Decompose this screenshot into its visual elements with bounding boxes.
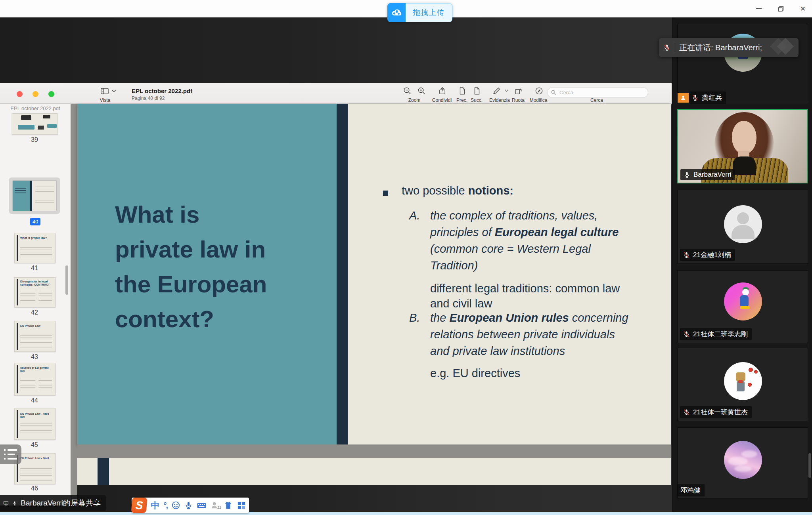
cerca-label: Cerca — [581, 97, 613, 103]
preview-toolbar: Vista EPL october 2022.pdf Pagina 40 di … — [0, 83, 672, 104]
thumbnail-page-45[interactable]: EU Private Law - Hard law — [14, 408, 56, 440]
login-badge: 22 — [217, 505, 221, 509]
thumb-left-bar — [17, 279, 18, 305]
thumb42-title: Divergencies in legal concepts: CONTRACT — [20, 280, 53, 286]
sidebar-splitter[interactable] — [71, 104, 77, 505]
share-icon[interactable] — [438, 86, 447, 95]
slide-text-panel — [348, 104, 671, 444]
zoom-out-icon[interactable] — [403, 86, 412, 95]
avatar — [724, 362, 762, 400]
participant-tile[interactable]: 邓鸿健 — [677, 427, 808, 498]
traffic-lights — [17, 91, 54, 97]
punctuation-icon[interactable]: °, — [163, 501, 167, 510]
next-page-icon[interactable] — [473, 86, 481, 95]
avatar-cartoon — [740, 306, 750, 309]
participants-panel: 龚红兵 正在讲话: BarbaraVerri; Barba — [672, 17, 812, 515]
person-silhouette-icon — [737, 212, 749, 224]
panel-scrollbar[interactable] — [808, 453, 811, 478]
name-badge: 龚红兵 — [678, 92, 726, 104]
thumb-text-lines — [20, 421, 52, 433]
highlight-pen-icon[interactable] — [492, 86, 501, 96]
vista-label[interactable]: Vista — [95, 97, 115, 103]
thumbnail-page-41[interactable]: What is private law? — [14, 233, 56, 263]
thumb41-title: What is private law? — [20, 237, 53, 240]
slide-teal-panel: What is private law in the European cont… — [77, 104, 337, 444]
page-number-41: 41 — [13, 265, 56, 272]
sidebar-scrollbar[interactable] — [65, 265, 68, 295]
toolbox-grid-icon[interactable] — [237, 501, 246, 510]
mic-muted-icon — [683, 251, 690, 259]
item-a-marker: A. — [409, 209, 420, 222]
mic-on-icon — [12, 499, 17, 507]
thumbnail-list-fab[interactable] — [0, 444, 21, 464]
sogou-logo-icon[interactable]: S — [131, 498, 147, 513]
item-b-line3: and private law institutions — [430, 345, 565, 358]
thumbnail-page-42[interactable]: Divergencies in legal concepts: CONTRACT — [14, 277, 56, 307]
thumbnail-page-44[interactable]: sources of EU private law — [14, 363, 56, 395]
list-icon — [8, 458, 17, 460]
participant-name: 21社体一班黄世杰 — [693, 408, 748, 417]
drag-upload-button[interactable]: 拖拽上传 — [406, 3, 452, 22]
edit-icon[interactable] — [534, 86, 544, 95]
participant-tile[interactable]: 21金融1刘楠 — [677, 190, 808, 264]
avatar-clouds — [734, 465, 752, 472]
thumb39-shape — [38, 126, 44, 130]
thumb40-text-lines — [35, 185, 54, 194]
shared-screen-area: Vista EPL october 2022.pdf Pagina 40 di … — [0, 17, 672, 515]
minimize-button[interactable] — [753, 3, 764, 15]
slide-divider-bar — [337, 104, 348, 444]
name-badge: 邓鸿健 — [678, 484, 705, 496]
speaking-text: 正在讲话: BarbaraVerri; — [679, 42, 762, 53]
page-indicator: Pagina 40 di 92 — [132, 95, 165, 101]
emoji-icon[interactable] — [171, 501, 180, 510]
thumbnail-page-40[interactable] — [13, 181, 56, 211]
chinese-mode-icon[interactable]: 中 — [151, 500, 159, 511]
page-number-42: 42 — [13, 309, 56, 316]
zoom-in-icon[interactable] — [417, 86, 426, 95]
mic-muted-icon — [691, 94, 699, 101]
evidenzia-chevron-icon[interactable] — [504, 89, 509, 92]
preview-window: Vista EPL october 2022.pdf Pagina 40 di … — [0, 83, 672, 503]
upload-widget[interactable]: 拖拽上传 — [387, 3, 452, 22]
item-b-marker: B. — [409, 311, 420, 324]
participant-tile[interactable]: 21社体二班李志刚 — [677, 270, 808, 343]
thumbnail-page-43[interactable]: EU Private Law — [14, 321, 56, 352]
avatar-cartoon — [740, 295, 749, 306]
thumb46-title: EU Private Law - Goal — [20, 457, 53, 460]
host-badge-icon — [678, 93, 689, 103]
sidebar-toggle-icon[interactable] — [100, 86, 109, 96]
thumb-text-lines — [20, 376, 35, 391]
search-input[interactable] — [559, 89, 634, 96]
login-account-icon[interactable]: 22 — [211, 501, 220, 510]
thumb40-text-lines — [35, 198, 54, 205]
minimize-window-light[interactable] — [33, 91, 38, 97]
participant-tile[interactable]: BarbaraVerri — [677, 109, 808, 183]
skin-icon[interactable] — [224, 501, 233, 510]
item-a-line1: the complex of traditions, values, — [430, 209, 598, 222]
rotate-icon[interactable] — [514, 86, 523, 95]
list-icon — [8, 449, 17, 451]
participant-tile[interactable]: 龚红兵 — [677, 24, 808, 104]
thumb-left-bar — [17, 323, 18, 350]
close-button[interactable]: ✕ — [797, 3, 809, 15]
mic-muted-icon — [663, 44, 671, 52]
avatar-clouds — [741, 450, 757, 458]
modifica-label[interactable]: Modifica — [523, 97, 554, 103]
zoom-window-light[interactable] — [48, 91, 54, 97]
mic-muted-icon — [683, 408, 690, 416]
participant-tile[interactable]: 21社体一班黄世杰 — [677, 348, 808, 421]
restore-button[interactable] — [775, 3, 787, 15]
vista-chevron-icon[interactable] — [111, 90, 116, 93]
video-feed — [733, 156, 756, 175]
sidebar-document-name: EPL october 2022.pdf — [0, 105, 71, 111]
thumbnail-page-39[interactable] — [12, 113, 58, 135]
previous-page-icon[interactable] — [458, 86, 467, 95]
close-window-light[interactable] — [17, 91, 23, 97]
thumb-left-bar — [17, 365, 18, 393]
search-field[interactable] — [547, 87, 648, 98]
soft-keyboard-icon[interactable] — [197, 501, 207, 510]
thumb-text-lines — [20, 245, 52, 259]
share-label: BarbaraVerri的屏幕共享 — [21, 498, 101, 508]
voice-input-icon[interactable] — [184, 501, 193, 510]
page-number-43: 43 — [13, 353, 56, 360]
